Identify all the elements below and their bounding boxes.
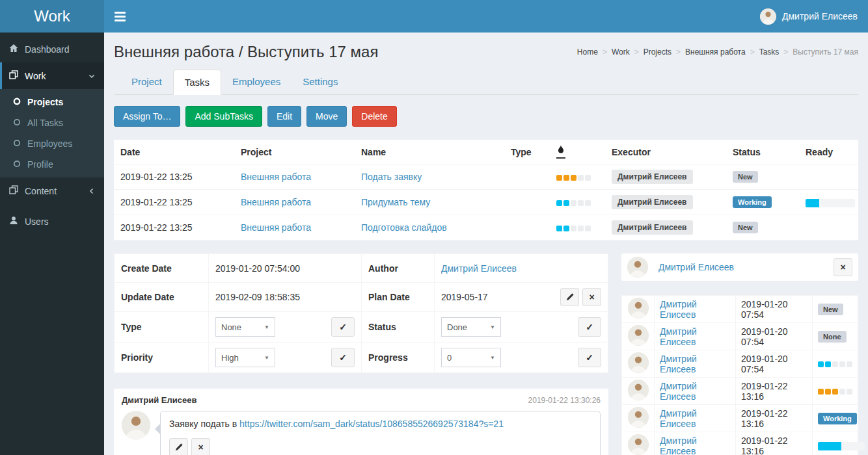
sidebar-item-all-tasks[interactable]: All Tasks — [0, 112, 104, 133]
hamburger-menu-icon[interactable] — [104, 0, 136, 32]
assignee-remove-button[interactable]: × — [834, 258, 852, 276]
type-save-button[interactable]: ✓ — [331, 317, 355, 337]
page-title: Внешняя работа / Выступить 17 мая — [114, 43, 378, 61]
chevron-left-icon — [88, 188, 95, 194]
status-save-button[interactable]: ✓ — [578, 317, 601, 337]
avatar — [628, 434, 649, 455]
task-project-link[interactable]: Внешняя работа — [241, 172, 311, 182]
history-value — [813, 378, 858, 405]
avatar — [628, 298, 649, 318]
task-name-link[interactable]: Придумать тему — [361, 197, 430, 207]
author-link[interactable]: Дмитрий Елисеев — [441, 263, 517, 274]
sidebar-item-projects[interactable]: Projects — [0, 92, 104, 112]
add-subtasks-button[interactable]: Add SubTasks — [185, 106, 262, 127]
assign-to-button[interactable]: Assign To… — [114, 106, 180, 127]
breadcrumb-projects[interactable]: Projects — [644, 47, 671, 57]
avatar — [628, 325, 649, 346]
priority-dots — [556, 200, 591, 206]
task-name-link[interactable]: Подать заявку — [361, 172, 422, 182]
breadcrumb-work[interactable]: Work — [612, 47, 630, 57]
progress-save-button[interactable]: ✓ — [578, 348, 601, 367]
task-date: 2019-01-22 13:25 — [114, 164, 234, 190]
task-type — [504, 190, 550, 215]
sidebar-item-label: Employees — [27, 138, 72, 149]
history-row: Дмитрий Елисеев 2019-01-20 07:54 None — [622, 323, 858, 350]
tab-tasks[interactable]: Tasks — [173, 70, 221, 95]
sidebar-item-label: Profile — [27, 159, 53, 170]
progress-label: Progress — [362, 343, 435, 373]
history-value: New — [813, 296, 858, 323]
move-button[interactable]: Move — [306, 106, 347, 127]
check-icon: ✓ — [586, 322, 593, 332]
sidebar-item-label: Projects — [27, 97, 63, 107]
app-logo[interactable]: Work — [0, 0, 104, 32]
sidebar-item-profile[interactable]: Profile — [0, 154, 104, 175]
caret-down-icon: ▼ — [264, 355, 269, 361]
author-label: Author — [362, 254, 435, 283]
work-submenu: Projects All Tasks Employees Profile — [0, 89, 104, 177]
plan-date-edit-button[interactable] — [560, 288, 579, 306]
flame-icon — [556, 145, 565, 159]
delete-button[interactable]: Delete — [352, 106, 396, 127]
breadcrumb-project-name[interactable]: Внешняя работа — [685, 47, 746, 57]
comment-link[interactable]: https://twitter.com/sam_dark/status/1086… — [239, 419, 504, 429]
history-user-link[interactable]: Дмитрий Елисеев — [660, 408, 697, 429]
executor-badge: Дмитрий Елисеев — [612, 195, 693, 209]
sidebar-item-work[interactable]: Work — [0, 62, 104, 89]
sidebar-item-content[interactable]: Content — [0, 177, 104, 204]
assignee-link[interactable]: Дмитрий Елисеев — [658, 262, 834, 272]
breadcrumb-tasks[interactable]: Tasks — [759, 47, 780, 57]
priority-select[interactable]: High ▼ — [215, 348, 275, 367]
task-name-link[interactable]: Подготовка слайдов — [361, 222, 447, 233]
comment-edit-button[interactable] — [169, 438, 188, 455]
chevron-down-icon — [88, 73, 95, 79]
tab-employees[interactable]: Employees — [221, 70, 292, 95]
files-icon — [9, 70, 18, 81]
tab-settings[interactable]: Settings — [292, 70, 349, 95]
task-project-link[interactable]: Внешняя работа — [241, 197, 311, 207]
task-project-link[interactable]: Внешняя работа — [241, 222, 311, 233]
history-user-link[interactable]: Дмитрий Елисеев — [660, 326, 697, 347]
task-row: 2019-01-22 13:25 Внешняя работа Подать з… — [114, 164, 858, 190]
priority-save-button[interactable]: ✓ — [331, 348, 355, 367]
comment-delete-button[interactable]: × — [191, 438, 210, 455]
plan-date-label: Plan Date — [362, 283, 435, 312]
check-icon: ✓ — [586, 353, 593, 362]
history-user-link[interactable]: Дмитрий Елисеев — [660, 381, 697, 402]
status-select[interactable]: Done ▼ — [441, 317, 501, 337]
assignee-avatar — [627, 257, 648, 278]
status-badge: New — [733, 222, 758, 233]
progress-select[interactable]: 0 ▼ — [441, 348, 501, 367]
close-icon: × — [589, 292, 594, 302]
history-user-link[interactable]: Дмитрий Елисеев — [660, 299, 697, 320]
sidebar-item-employees[interactable]: Employees — [0, 133, 104, 154]
sidebar-item-label: Users — [25, 216, 49, 227]
plan-date-clear-button[interactable]: × — [582, 288, 601, 306]
home-icon — [9, 44, 18, 55]
edit-button[interactable]: Edit — [267, 106, 301, 127]
col-header-priority[interactable] — [550, 140, 605, 164]
task-type — [504, 215, 550, 240]
col-header-type: Type — [504, 140, 550, 164]
history-user-link[interactable]: Дмитрий Елисеев — [660, 436, 697, 455]
user-menu[interactable]: Дмитрий Елисеев — [750, 0, 868, 32]
tab-project[interactable]: Project — [120, 70, 173, 95]
sidebar-item-users[interactable]: Users — [0, 208, 104, 235]
task-row: 2019-01-22 13:25 Внешняя работа Придумат… — [114, 190, 858, 215]
breadcrumb-current: Выступить 17 мая — [793, 47, 858, 57]
history-date: 2019-01-20 07:54 — [736, 296, 813, 323]
comment-bubble: Заявку подать в https://twitter.com/sam_… — [160, 411, 601, 455]
person-icon — [9, 216, 18, 227]
history-row: Дмитрий Елисеев 2019-01-22 13:16 Working — [622, 405, 858, 432]
caret-down-icon: ▼ — [264, 324, 269, 330]
col-header-ready: Ready — [799, 140, 858, 164]
tab-bar: Project Tasks Employees Settings — [114, 70, 858, 95]
comment-author: Дмитрий Елисеев — [122, 395, 197, 405]
history-date: 2019-01-20 07:54 — [736, 323, 813, 350]
create-date-value: 2019-01-20 07:54:00 — [209, 254, 362, 283]
history-user-link[interactable]: Дмитрий Елисеев — [660, 354, 697, 374]
breadcrumb-home[interactable]: Home — [577, 47, 598, 57]
type-select[interactable]: None ▼ — [215, 317, 275, 337]
sidebar-item-dashboard[interactable]: Dashboard — [0, 36, 104, 62]
executor-badge: Дмитрий Елисеев — [612, 220, 693, 235]
